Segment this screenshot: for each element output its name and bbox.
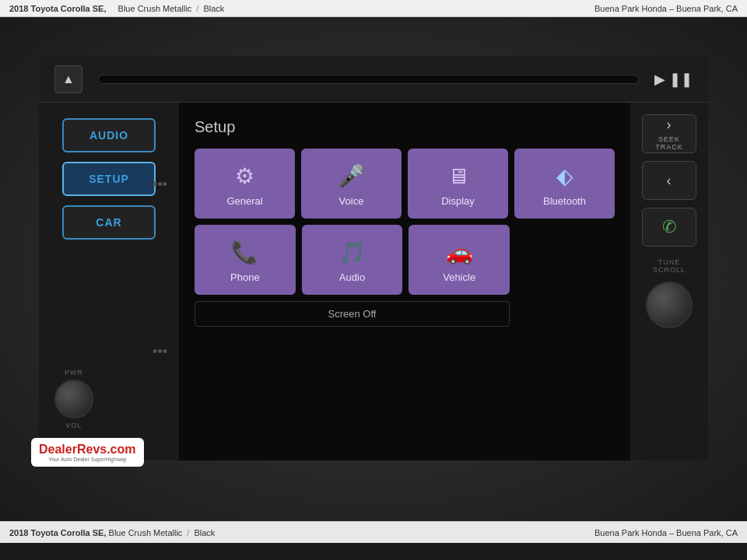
top-bar-interior: Black <box>203 4 224 13</box>
footer-color: Blue Crush Metallic <box>109 528 183 537</box>
bluetooth-icon: ⬖ <box>556 163 573 189</box>
menu-item-general[interactable]: ⚙ General <box>195 149 295 219</box>
general-icon: ⚙ <box>235 163 254 189</box>
seek-back-button[interactable]: ‹ <box>642 161 696 200</box>
menu-item-phone[interactable]: 📞 Phone <box>195 225 296 295</box>
menu-item-display[interactable]: 🖥 Display <box>408 149 508 219</box>
phone-button[interactable]: ✆ <box>642 208 696 247</box>
seek-forward-button[interactable]: › SEEKTRACK <box>642 114 696 153</box>
dots-decoration-2: ••• <box>153 344 167 360</box>
hu-top-strip: ▲ ▶ ❚❚ <box>39 56 708 103</box>
footer-bar: 2018 Toyota Corolla SE, Blue Crush Metal… <box>0 521 747 543</box>
footer-title: 2018 Toyota Corolla SE, <box>9 528 107 537</box>
menu-item-vehicle[interactable]: 🚗 Vehicle <box>409 225 510 295</box>
vol-label: VOL <box>65 422 82 429</box>
footer-interior: Black <box>194 528 215 537</box>
top-bar-color-sep <box>111 4 114 13</box>
pwr-vol-section: PWR VOL <box>54 369 93 429</box>
tune-knob[interactable] <box>646 282 693 328</box>
screen-title: Setup <box>195 118 615 136</box>
watermark: DealerRevs.com Your Auto Dealer SuperHig… <box>31 438 144 467</box>
cd-slot <box>98 75 639 84</box>
top-bar: 2018 Toyota Corolla SE, Blue Crush Metal… <box>0 0 747 17</box>
voice-label: Voice <box>339 195 364 207</box>
audio-label: Audio <box>339 271 365 283</box>
screen-off-button[interactable]: Screen Off <box>195 301 510 327</box>
setup-nav-button[interactable]: SETUP <box>62 162 156 196</box>
watermark-logo: DealerRevs.com <box>39 443 136 457</box>
voice-icon: 🎤 <box>338 163 365 189</box>
dots-decoration-1: ••• <box>153 177 167 193</box>
display-icon: 🖥 <box>447 163 469 189</box>
seek-back-icon: ‹ <box>667 173 672 189</box>
car-nav-button[interactable]: CAR <box>62 205 156 240</box>
footer-dealer: Buena Park Honda – Buena Park, CA <box>594 528 738 537</box>
seek-forward-icon: › <box>667 117 672 133</box>
play-area: ▶ ❚❚ <box>654 71 693 88</box>
vehicle-icon: 🚗 <box>446 240 473 265</box>
general-label: General <box>226 195 262 207</box>
top-bar-interior-sep: / <box>196 4 198 13</box>
phone-label: Phone <box>230 271 260 283</box>
menu-grid-row2: 📞 Phone 🎵 Audio 🚗 Vehicle <box>195 225 510 295</box>
eject-button[interactable]: ▲ <box>54 65 82 93</box>
left-panel: ••• AUDIO SETUP CAR ••• PWR VOL <box>39 103 179 460</box>
main-photo-area: ▲ ▶ ❚❚ ••• AUDIO SETUP CAR ••• <box>0 17 747 521</box>
menu-item-voice[interactable]: 🎤 Voice <box>301 149 402 219</box>
watermark-sub: Your Auto Dealer SuperHighway <box>48 457 126 462</box>
tune-scroll-label: TUNESCROLL <box>653 258 686 274</box>
pwr-label: PWR <box>65 369 83 376</box>
display-label: Display <box>441 195 475 207</box>
audio-icon: 🎵 <box>338 240 366 265</box>
audio-nav-button[interactable]: AUDIO <box>62 118 156 152</box>
vehicle-label: Vehicle <box>443 271 475 283</box>
head-unit: ▲ ▶ ❚❚ ••• AUDIO SETUP CAR ••• <box>39 56 708 460</box>
hu-content: ••• AUDIO SETUP CAR ••• PWR VOL <box>39 103 708 460</box>
seek-track-label: SEEKTRACK <box>655 135 683 151</box>
top-bar-color: Blue Crush Metallic <box>118 4 192 13</box>
top-bar-dealer: Buena Park Honda – Buena Park, CA <box>594 4 738 13</box>
right-panel: › SEEKTRACK ‹ ✆ TUNESCROLL <box>630 103 708 460</box>
menu-item-bluetooth[interactable]: ⬖ Bluetooth <box>514 149 615 219</box>
menu-grid-row1: ⚙ General 🎤 Voice 🖥 Display ⬖ Bluetooth <box>195 149 615 219</box>
footer-sep: / <box>187 528 189 537</box>
top-bar-title: 2018 Toyota Corolla SE, <box>9 4 107 13</box>
phone-icon: 📞 <box>231 240 258 265</box>
phone-handset-icon: ✆ <box>662 217 676 237</box>
menu-item-audio[interactable]: 🎵 Audio <box>302 225 403 295</box>
play-pause-icon[interactable]: ▶ ❚❚ <box>654 71 693 88</box>
infotainment-screen: Setup ⚙ General 🎤 Voice 🖥 Display <box>179 103 630 460</box>
volume-knob[interactable] <box>54 380 93 418</box>
bluetooth-label: Bluetooth <box>543 195 586 207</box>
